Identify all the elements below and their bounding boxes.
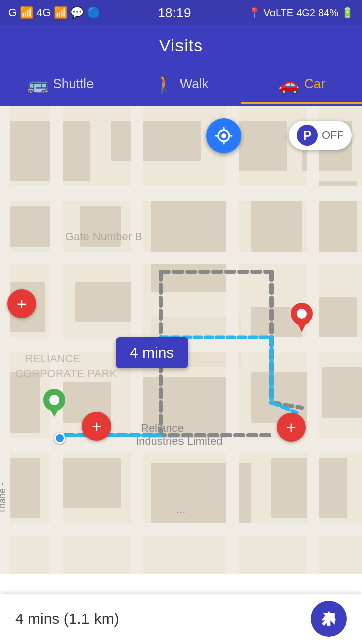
svg-point-58 [297,309,307,319]
svg-text:Reliance: Reliance [141,422,184,434]
car-icon: 🚗 [278,74,299,94]
tab-shuttle-label: Shuttle [53,76,94,92]
bus-icon: 🚌 [27,74,48,94]
svg-point-55 [49,395,59,405]
vpn-icon: 🔵 [87,6,101,19]
svg-rect-29 [50,106,63,574]
signal-icon: G [8,6,17,19]
signal2-icon: 📶 [54,6,67,19]
message-icon: 💬 [70,6,84,19]
svg-rect-32 [307,106,319,574]
bottom-bar: 4 mins (1.1 km) [0,594,362,644]
header: Visits [0,25,362,65]
svg-text:Gate Number B: Gate Number B [65,230,142,243]
svg-rect-19 [322,367,362,418]
add-btn-3[interactable]: + [277,413,306,442]
tabs-bar: 🚌 Shuttle 🚶 Walk 🚗 Car [0,65,362,106]
svg-rect-11 [75,282,136,322]
svg-rect-2 [111,121,201,161]
svg-text:CORPORATE PARK: CORPORATE PARK [15,367,117,380]
add-btn-2[interactable]: + [82,412,111,441]
volte-text: VoLTE [264,7,294,19]
navigate-button[interactable] [311,601,347,637]
trip-distance: 4 mins (1.1 km) [15,610,119,627]
map-container: Thane - Gate Number B RELIANCE CORPORATE… [0,106,362,574]
time-badge: 4 mins [116,337,188,368]
4g2-text: 4G2 [296,7,315,19]
walk-icon: 🚶 [154,74,175,94]
origin-pin [41,387,67,420]
svg-rect-31 [226,106,239,574]
svg-text:RELIANCE: RELIANCE [25,352,80,365]
status-left: G 📶 4G 📶 💬 🔵 [8,6,101,19]
tab-walk[interactable]: 🚶 Walk [121,65,241,104]
my-location-button[interactable] [206,118,241,153]
svg-point-53 [222,134,225,137]
svg-text:Thane -: Thane - [0,482,7,514]
svg-text:Industries Limited: Industries Limited [136,435,222,447]
page-title: Visits [159,36,203,55]
current-location-dot [54,433,65,444]
tab-car-label: Car [304,76,325,92]
svg-rect-18 [251,372,312,423]
svg-marker-56 [50,410,58,417]
tab-car[interactable]: 🚗 Car [241,65,362,104]
network-4g-icon: 📶 [20,6,33,19]
parking-state-label: OFF [322,129,344,142]
status-bar: G 📶 4G 📶 💬 🔵 18:19 📍 VoLTE 4G2 84% 🔋 [0,0,362,25]
tab-shuttle[interactable]: 🚌 Shuttle [0,65,121,104]
battery-text: 84% [318,7,338,19]
status-right: 📍 VoLTE 4G2 84% 🔋 [248,7,354,19]
location-status-icon: 📍 [248,7,261,19]
tab-walk-label: Walk [180,76,209,92]
parking-toggle[interactable]: P OFF [289,121,352,150]
4g-text: 4G [36,6,51,19]
destination-pin [289,302,314,336]
svg-marker-59 [298,324,306,332]
status-time: 18:19 [158,5,191,21]
battery-icon: 🔋 [341,7,354,19]
parking-p-label: P [297,125,318,146]
add-btn-1[interactable]: + [7,289,36,318]
svg-text:...: ... [176,503,185,516]
